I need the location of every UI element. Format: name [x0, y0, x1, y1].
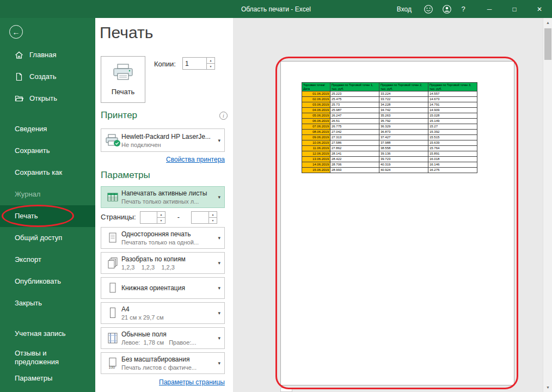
info-icon[interactable]: i — [219, 112, 228, 120]
pages-from-down-arrow[interactable]: ▼ — [157, 218, 165, 223]
sidebar-item-label: Общий доступ — [15, 234, 62, 242]
pages-from-up-arrow[interactable]: ▲ — [157, 212, 165, 218]
table-date-cell: 15.06.2019 — [302, 168, 330, 173]
account-avatar-icon[interactable] — [438, 0, 456, 18]
orientation-dropdown[interactable]: Книжная ориентация ▾ — [101, 277, 225, 299]
sidebar-item-label: Закрыть — [15, 299, 42, 308]
page-title: Печать — [100, 23, 153, 42]
table-value-cell: 15.639 — [428, 140, 477, 146]
sidebar-item-print[interactable]: Печать — [0, 205, 95, 227]
table-value-cell: 15.515 — [428, 135, 477, 140]
sidebar-item-export[interactable]: Экспорт — [0, 249, 95, 271]
chevron-down-icon: ▾ — [214, 335, 220, 341]
table-value-cell: 15.27 — [428, 124, 477, 130]
scrollbar-thumb[interactable] — [544, 28, 551, 60]
sign-in-button[interactable]: Вход — [389, 0, 419, 18]
table-value-cell: 15.028 — [428, 113, 477, 119]
table-value-cell: 35.263 — [379, 113, 428, 119]
pages-label: Страницы: — [101, 213, 136, 221]
sidebar-item-info[interactable]: Сведения — [0, 118, 95, 140]
table-date-cell: 02.06.2019 — [302, 97, 330, 102]
chevron-down-icon: ▾ — [214, 138, 220, 143]
paper-size-icon — [104, 307, 121, 319]
sidebar-item-new[interactable]: Создать — [0, 66, 95, 88]
sidebar-item-save-as[interactable]: Сохранить как — [0, 162, 95, 183]
table-value-cell: 26.775 — [330, 124, 379, 130]
print-button[interactable]: Печать — [101, 56, 145, 103]
feedback-smiley-icon[interactable] — [419, 0, 438, 18]
printer-section-heading: Принтер — [101, 110, 137, 121]
vertical-scrollbar[interactable]: ▲ ▼ — [543, 18, 552, 392]
table-value-cell: 33.722 — [379, 97, 428, 102]
chevron-down-icon: ▾ — [214, 285, 220, 291]
margins-dropdown[interactable]: Обычные поля Левое: 1,78 см Правое:... ▾ — [101, 327, 225, 349]
table-value-cell: 25.223 — [330, 91, 379, 97]
table-date-cell: 14.06.2019 — [302, 162, 330, 168]
margins-primary: Обычные поля — [121, 330, 214, 338]
scaling-dropdown[interactable]: 100 Без масштабирования Печать листов с … — [101, 352, 225, 374]
back-button[interactable]: ← — [9, 25, 23, 39]
sidebar-item-open[interactable]: Открыть — [0, 88, 95, 109]
collate-primary: Разобрать по копиям — [121, 255, 214, 263]
pages-range-separator: - — [166, 213, 191, 221]
pages-to-down-arrow[interactable]: ▼ — [209, 218, 217, 223]
pages-to-up-arrow[interactable]: ▲ — [209, 212, 217, 218]
table-value-cell: 40.924 — [379, 168, 428, 173]
table-value-cell: 28.706 — [330, 162, 379, 168]
table-row: 02.06.201925.47533.72214.673 — [302, 97, 477, 102]
sidebar-item-save[interactable]: Сохранить — [0, 140, 95, 162]
table-value-cell: 14.791 — [428, 102, 477, 108]
scroll-up-arrow[interactable]: ▲ — [543, 18, 552, 27]
sidebar-item-feedback[interactable]: Отзывы и предложения — [0, 345, 95, 371]
page-setup-link[interactable]: Параметры страницы — [101, 378, 225, 386]
table-value-cell: 28.422 — [330, 157, 379, 162]
table-value-cell: 16.146 — [428, 162, 477, 168]
svg-text:100: 100 — [109, 365, 115, 369]
excel-backstage-window: Область печати - Excel Вход ? ─ □ ✕ ← — [0, 0, 552, 392]
print-what-dropdown[interactable]: Напечатать активные листы Печать только … — [101, 186, 225, 208]
table-row: 13.06.201928.42239.72316.018 — [302, 157, 477, 162]
table-date-cell: 03.06.2019 — [302, 102, 330, 108]
help-button[interactable]: ? — [456, 0, 470, 18]
table-value-cell: 27.862 — [330, 146, 379, 151]
sidebar-item-options[interactable]: Параметры — [0, 371, 95, 392]
table-row: 11.06.201927.86238.55815.764 — [302, 146, 477, 151]
copies-down-arrow[interactable]: ▼ — [207, 64, 214, 69]
chevron-down-icon: ▾ — [214, 260, 220, 266]
minimize-button[interactable]: ─ — [477, 0, 502, 18]
sidebar-item-account[interactable]: Учетная запись — [0, 323, 95, 345]
table-header-row: Торговая точка/ДатаПродажи по Торговой т… — [302, 83, 477, 91]
table-row: 04.06.201925.98734.74214.909 — [302, 108, 477, 113]
table-row: 12.06.201928.14139.13615.891 — [302, 151, 477, 157]
pages-from-stepper: ▲ ▼ — [140, 211, 165, 224]
copies-up-arrow[interactable]: ▲ — [207, 58, 214, 64]
paper-size-dropdown[interactable]: A4 21 см x 29,7 см ▾ — [101, 302, 225, 324]
copies-input[interactable] — [183, 58, 206, 69]
table-header-cell: Продажи по Торговой точке 1, тыс. руб. — [330, 83, 379, 91]
duplex-dropdown[interactable]: Односторонняя печать Печатать только на … — [101, 227, 225, 249]
print-button-label: Печать — [112, 88, 135, 96]
maximize-button[interactable]: □ — [502, 0, 527, 18]
sidebar-item-label: Создать — [29, 72, 56, 81]
sidebar-item-publish[interactable]: Опубликовать — [0, 271, 95, 292]
sidebar-item-home[interactable]: Главная — [0, 44, 95, 66]
collate-dropdown[interactable]: Разобрать по копиям 1,2,3 1,2,3 1,2,3 ▾ — [101, 252, 225, 274]
sidebar-item-close[interactable]: Закрыть — [0, 292, 95, 314]
sidebar-item-label: Учетная запись — [15, 329, 66, 338]
pages-from-input[interactable] — [140, 212, 157, 223]
printer-dropdown[interactable]: Hewlett-Packard HP LaserJe... Не подключ… — [101, 128, 225, 152]
sidebar-item-share[interactable]: Общий доступ — [0, 227, 95, 249]
close-button[interactable]: ✕ — [527, 0, 552, 18]
scaling-secondary: Печать листов с фактиче... — [121, 364, 214, 371]
scroll-down-arrow[interactable]: ▼ — [543, 383, 552, 392]
printer-properties-link[interactable]: Свойства принтера — [101, 156, 225, 163]
table-date-cell: 08.06.2019 — [302, 130, 330, 135]
table-date-cell: 13.06.2019 — [302, 157, 330, 162]
table-value-cell: 35.792 — [379, 119, 428, 124]
table-value-cell: 39.723 — [379, 157, 428, 162]
pages-to-input[interactable] — [192, 212, 208, 223]
table-value-cell: 39.136 — [379, 151, 428, 157]
table-value-cell: 25.987 — [330, 108, 379, 113]
margins-secondary: Левое: 1,78 см Правое:... — [121, 339, 214, 346]
sidebar-item-label: Сведения — [15, 125, 47, 133]
